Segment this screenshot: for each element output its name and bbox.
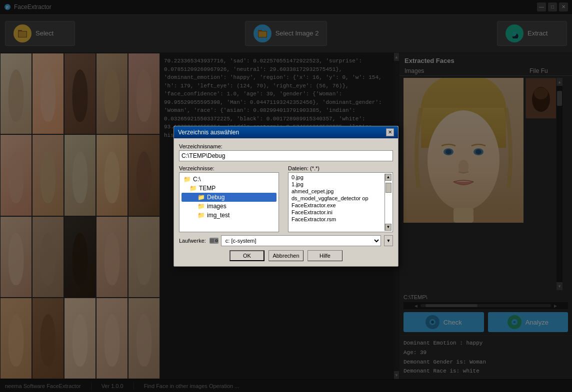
folder-icon-debug: 📁 [198, 194, 205, 201]
dirs-label: Verzeichnisse: [179, 165, 284, 171]
ok-button[interactable]: OK [230, 250, 264, 261]
tree-item-images[interactable]: 📁 images [182, 202, 276, 211]
tree-item-temp[interactable]: 📁 TEMP [182, 184, 276, 193]
drive-icon [209, 237, 219, 245]
tree-label-temp: TEMP [199, 185, 216, 192]
tree-item-img-test[interactable]: 📁 img_test [182, 211, 276, 220]
tree-label-c: C:\ [193, 176, 200, 183]
file-list[interactable]: 0.jpg1.jpgahmed_cepet.jpgds_model_vggfac… [288, 172, 393, 232]
dir-name-row: Verzeichnisname: [179, 143, 393, 161]
svg-rect-28 [210, 239, 214, 243]
file-item-3[interactable]: ds_model_vggface_detector op [290, 195, 384, 202]
file-scrollbar[interactable]: ▲ ▼ [384, 174, 392, 231]
tree-label-images: images [207, 203, 226, 210]
modal-body: Verzeichnisname: Verzeichnisse: 📁 C:\ 📁 … [174, 138, 398, 266]
cancel-button[interactable]: Abbrechen [268, 250, 304, 261]
drives-label: Laufwerke: [179, 238, 206, 244]
modal-close-button[interactable]: ✕ [386, 128, 394, 136]
files-label: Dateien: (*.*) [288, 165, 393, 171]
folder-icon-img-test: 📁 [198, 212, 205, 219]
dir-file-row: Verzeichnisse: 📁 C:\ 📁 TEMP 📁 Debug [179, 165, 393, 232]
file-item-0[interactable]: 0.jpg [290, 174, 384, 181]
folder-icon-c: 📁 [184, 176, 191, 183]
tree-label-debug: Debug [207, 194, 224, 201]
modal-title: Verzeichnis auswählen [178, 129, 239, 136]
file-item-1[interactable]: 1.jpg [290, 181, 384, 188]
directories-column: Verzeichnisse: 📁 C:\ 📁 TEMP 📁 Debug [179, 165, 284, 232]
fs-up[interactable]: ▲ [385, 174, 392, 181]
modal-titlebar: Verzeichnis auswählen ✕ [174, 126, 398, 138]
fs-down[interactable]: ▼ [385, 224, 392, 231]
folder-icon-temp: 📁 [190, 185, 197, 192]
hilfe-button[interactable]: Hilfe [308, 250, 342, 261]
svg-point-30 [216, 240, 217, 241]
drives-select-wrapper: c: [c-system] [209, 235, 381, 246]
tree-item-c[interactable]: 📁 C:\ [182, 175, 276, 184]
dir-input[interactable] [179, 150, 393, 161]
folder-icon-images: 📁 [198, 203, 205, 210]
modal-buttons: OK Abbrechen Hilfe [179, 250, 393, 261]
file-item-2[interactable]: ahmed_cepet.jpg [290, 188, 384, 195]
fs-thumb[interactable] [386, 183, 392, 193]
directory-dialog: Verzeichnis auswählen ✕ Verzeichnisname:… [174, 126, 398, 267]
fs-track [385, 181, 392, 224]
dir-label: Verzeichnisname: [179, 143, 393, 149]
file-item-5[interactable]: FaceExtractor.ini [290, 209, 384, 216]
file-item-4[interactable]: FaceExtractor.exe [290, 202, 384, 209]
directory-tree[interactable]: 📁 C:\ 📁 TEMP 📁 Debug 📁 [179, 172, 279, 232]
drives-row: Laufwerke: c: [c-system] ▼ [179, 235, 393, 246]
tree-label-img-test: img_test [207, 212, 230, 219]
file-item-6[interactable]: FaceExtractor.rsm [290, 216, 384, 223]
tree-item-debug[interactable]: 📁 Debug [182, 193, 276, 202]
files-column: Dateien: (*.*) 0.jpg1.jpgahmed_cepet.jpg… [288, 165, 393, 232]
drives-arrow[interactable]: ▼ [384, 235, 393, 246]
modal-overlay[interactable]: Verzeichnis auswählen ✕ Verzeichnisname:… [0, 0, 572, 392]
drives-dropdown[interactable]: c: [c-system] [221, 235, 381, 246]
